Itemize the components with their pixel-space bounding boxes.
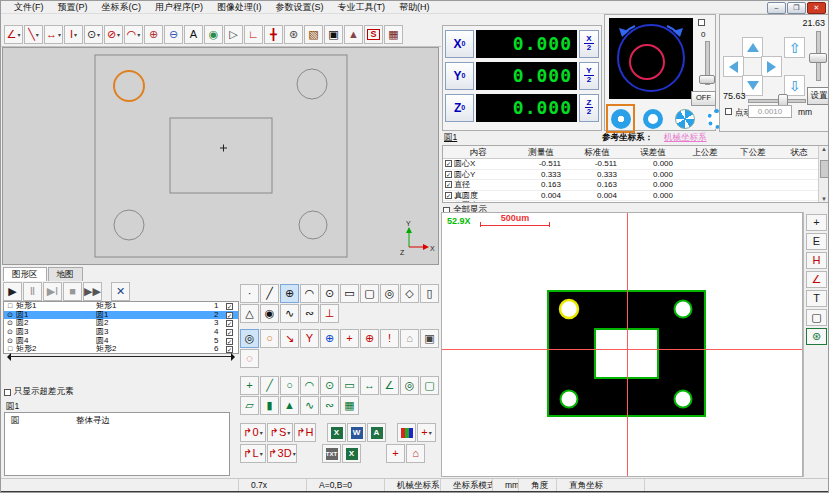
- point-tool[interactable]: ·: [240, 284, 259, 303]
- row-checkbox[interactable]: ✓: [445, 160, 452, 167]
- circle-tool[interactable]: ⊕: [280, 284, 299, 303]
- coord-level-button[interactable]: ↱L▾: [240, 444, 266, 463]
- element-checkbox[interactable]: ✓: [226, 303, 233, 310]
- inner-rect[interactable]: [170, 118, 272, 193]
- construct-cone[interactable]: ▲: [280, 396, 299, 415]
- dropdown-arrow[interactable]: ▾: [97, 31, 100, 38]
- row-checkbox[interactable]: ✓: [445, 171, 452, 178]
- report-export-button[interactable]: A: [367, 423, 386, 442]
- menu-file[interactable]: 文件(F): [7, 1, 51, 14]
- split-tool[interactable]: Υ: [300, 329, 319, 348]
- jog-right-button[interactable]: [761, 56, 782, 77]
- menu-param-settings[interactable]: 参数设置(S): [269, 1, 331, 14]
- stage-move-icon[interactable]: ╋: [264, 25, 283, 44]
- construct-cylinder[interactable]: ▮: [260, 396, 279, 415]
- ffwd-button[interactable]: ▶▶: [83, 282, 102, 301]
- camera-view[interactable]: [609, 18, 693, 99]
- crosshair-x-icon[interactable]: +: [806, 214, 827, 231]
- closed-curve-tool[interactable]: ∾: [300, 304, 319, 323]
- element-detail-list[interactable]: 圆整体寻边: [4, 412, 230, 476]
- cart-tool[interactable]: ⌂: [400, 329, 419, 348]
- ring-light-inner-button[interactable]: [638, 104, 667, 133]
- caliper-icon[interactable]: H: [806, 252, 827, 269]
- image-box-tool[interactable]: ▣: [420, 329, 439, 348]
- excel2-export-button[interactable]: X: [342, 444, 361, 463]
- zoom-out-icon[interactable]: ⊖: [164, 25, 183, 44]
- text-annotation-icon[interactable]: A: [184, 25, 203, 44]
- wheel-circle-tool[interactable]: ⊕: [360, 329, 379, 348]
- settings-button[interactable]: 设置: [807, 87, 829, 105]
- rect-tool[interactable]: ▭: [340, 284, 359, 303]
- curve-tool[interactable]: ∿: [280, 304, 299, 323]
- construct-arc[interactable]: ◠: [300, 376, 319, 395]
- txt-export-button[interactable]: TXT: [322, 444, 341, 463]
- exit-icon[interactable]: ▦: [384, 25, 403, 44]
- selected-circle-1[interactable]: [114, 71, 144, 101]
- construct-point[interactable]: +: [240, 376, 259, 395]
- view-settings-gear-icon[interactable]: ⊛: [806, 328, 827, 345]
- angle-tool-icon[interactable]: ∠: [806, 271, 827, 288]
- row-checkbox[interactable]: ✓: [445, 202, 452, 203]
- excel-export-button[interactable]: X: [327, 423, 346, 442]
- filter-outof-tolerance[interactable]: 只显示超差元素: [4, 386, 74, 398]
- slot-tool[interactable]: ▢: [360, 284, 379, 303]
- ring-light-quadrant-button[interactable]: [670, 104, 699, 133]
- dashed-circle-tool[interactable]: ◌: [240, 349, 259, 368]
- coord-origin-button[interactable]: ↱0▾: [240, 423, 266, 442]
- element-checkbox[interactable]: ✓: [226, 312, 233, 319]
- tab-graphics[interactable]: 图形区: [3, 267, 47, 281]
- circle-4[interactable]: [299, 211, 327, 239]
- menu-user-program[interactable]: 用户程序(P): [148, 1, 210, 14]
- element-checkbox[interactable]: ✓: [226, 329, 233, 336]
- element-checkbox[interactable]: ✓: [226, 320, 233, 327]
- measure-row-真圆度[interactable]: ✓真圆度0.0040.0040.000: [443, 191, 829, 202]
- cad-view[interactable]: Y X Z: [2, 47, 439, 265]
- settings-gear-icon[interactable]: ⊛: [284, 25, 303, 44]
- minimize-button[interactable]: –: [767, 2, 786, 14]
- coord-axes-icon[interactable]: ∟: [244, 25, 263, 44]
- half-x-button[interactable]: X2: [579, 30, 599, 58]
- arc-tool[interactable]: ◠: [300, 284, 319, 303]
- element-row-圆3[interactable]: ⊙圆3圆34✓: [4, 328, 238, 337]
- probe-pin-tool[interactable]: !: [380, 329, 399, 348]
- ref-coordsys-link[interactable]: 机械坐标系: [664, 132, 707, 144]
- color-view-icon[interactable]: ◉: [204, 25, 223, 44]
- dropdown-arrow[interactable]: ▾: [74, 31, 77, 38]
- scroll-left-arrow[interactable]: [3, 353, 11, 361]
- zero-y-button[interactable]: Y0: [445, 62, 474, 90]
- cylinder-tool[interactable]: ▯: [420, 284, 439, 303]
- circle-measure-icon[interactable]: ⊙▾: [84, 25, 103, 44]
- color-bars-button[interactable]: [397, 423, 416, 442]
- coord-save-button[interactable]: ↱S▾: [267, 423, 293, 442]
- tab-map[interactable]: 地图: [48, 267, 83, 281]
- light-slider-thumb[interactable]: [699, 75, 715, 84]
- filter-checkbox[interactable]: [4, 389, 11, 396]
- jog-up-button[interactable]: [742, 37, 763, 58]
- step-button[interactable]: ▶Ⅰ: [43, 282, 62, 301]
- dropdown-arrow[interactable]: ▾: [137, 31, 140, 38]
- line-measure-icon[interactable]: ╲▾: [24, 25, 43, 44]
- polygon-tool[interactable]: ◇: [400, 284, 419, 303]
- element-list-hscrollbar[interactable]: [3, 353, 239, 361]
- circle-3[interactable]: [114, 210, 144, 240]
- home-button[interactable]: ⌂: [406, 444, 425, 463]
- table-scrollbar[interactable]: ▲▼: [818, 146, 829, 202]
- circle-2[interactable]: [297, 69, 327, 99]
- jog-mode-checkbox[interactable]: [725, 108, 732, 115]
- construct-line[interactable]: ╱: [260, 376, 279, 395]
- line-tool[interactable]: ╱: [260, 284, 279, 303]
- pin-mark-button[interactable]: +: [386, 444, 405, 463]
- arc-measure-icon[interactable]: ◠▾: [124, 25, 143, 44]
- measure-row-位置度[interactable]: ✓位置度0.0000.0000.000: [443, 201, 829, 203]
- dropdown-arrow[interactable]: ▾: [260, 450, 263, 457]
- z-slider-thumb[interactable]: [809, 53, 827, 63]
- dropdown-arrow[interactable]: ▾: [36, 31, 39, 38]
- restore-button[interactable]: ❐: [787, 2, 806, 14]
- width-measure-icon[interactable]: ↔▾: [44, 25, 63, 44]
- coord-recall-button[interactable]: ↱H: [294, 423, 316, 442]
- region-select-icon[interactable]: ▢: [806, 309, 827, 326]
- zoom-in-icon[interactable]: ⊕: [144, 25, 163, 44]
- jog-step-input[interactable]: 0.0010: [748, 105, 792, 118]
- dropdown-arrow[interactable]: ▾: [17, 31, 20, 38]
- scroll-right-arrow[interactable]: [231, 353, 239, 361]
